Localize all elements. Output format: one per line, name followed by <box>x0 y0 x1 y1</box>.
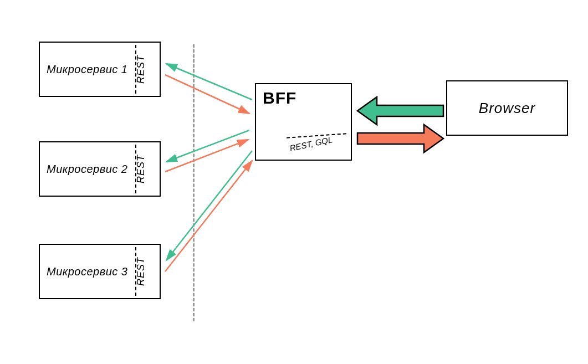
thick-arrow-browser-to-bff <box>357 97 443 125</box>
microservice-2-label: Микросервис 2 <box>40 163 127 176</box>
boundary-divider <box>193 44 195 321</box>
bff-box: BFF REST, GQL <box>255 83 352 161</box>
arrow-ms3-to-bff <box>165 161 252 271</box>
arrow-bff-to-ms2 <box>166 130 249 162</box>
microservice-3-box: Микросервис 3 REST <box>39 244 161 299</box>
arrow-bff-to-ms1 <box>166 64 252 100</box>
microservice-1-label: Микросервис 1 <box>40 63 127 76</box>
browser-label: Browser <box>479 100 535 117</box>
microservice-2-api: REST <box>135 155 146 183</box>
arrow-bff-to-ms3 <box>166 151 252 260</box>
microservice-3-api: REST <box>135 257 146 286</box>
browser-box: Browser <box>446 80 568 136</box>
microservice-1-api: REST <box>135 55 146 84</box>
microservice-1-box: Микросервис 1 REST <box>39 42 161 97</box>
thick-arrow-bff-to-browser <box>357 125 443 152</box>
microservice-2-box: Микросервис 2 REST <box>39 141 161 197</box>
microservice-3-label: Микросервис 3 <box>40 265 127 278</box>
bff-title: BFF <box>256 84 303 112</box>
arrow-ms2-to-bff <box>165 140 248 172</box>
arrow-ms1-to-bff <box>165 75 249 114</box>
